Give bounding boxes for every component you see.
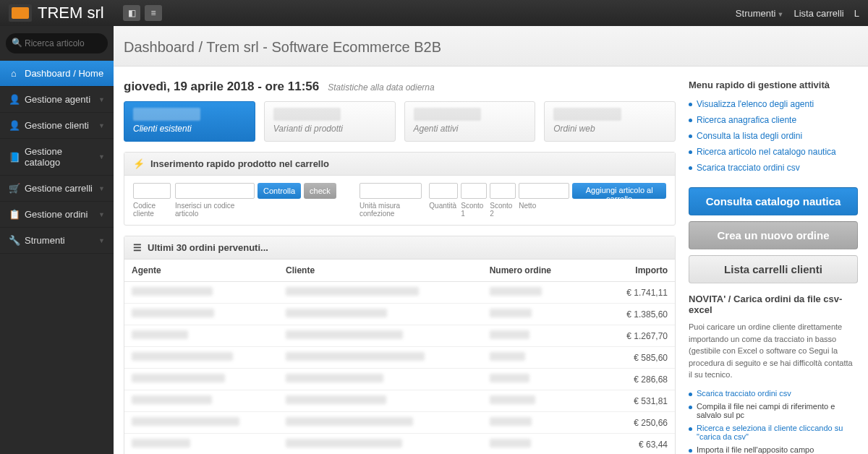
nav-label: Gestione agenti xyxy=(25,94,90,105)
bullet-icon xyxy=(689,406,692,409)
chevron-down-icon: ▼ xyxy=(98,96,105,103)
topbar-l[interactable]: L xyxy=(854,8,859,19)
codice-cliente-input[interactable] xyxy=(133,183,171,199)
novita-link-0[interactable]: Scarica tracciato ordini csv xyxy=(697,389,791,398)
stat-label: Clienti esistenti xyxy=(133,124,246,134)
stat-card-1[interactable]: Varianti di prodotti xyxy=(264,101,396,142)
stat-value xyxy=(133,108,200,121)
table-row[interactable]: € 531,81 xyxy=(124,390,675,412)
quantita-input[interactable] xyxy=(429,183,458,199)
menu-rapido-title: Menu rapido di gestione attività xyxy=(689,80,858,90)
aggiungi-button[interactable]: Aggiungi articolo al carrello xyxy=(572,183,666,199)
stat-card-2[interactable]: Agenti attivi xyxy=(404,101,536,142)
nav-item-6[interactable]: 🔧Strumenti▼ xyxy=(0,228,114,254)
bullet-icon xyxy=(689,449,692,453)
chevron-down-icon: ▼ xyxy=(98,211,105,218)
quick-link-1[interactable]: Ricerca anagrafica cliente xyxy=(697,115,796,125)
nav-item-4[interactable]: 🛒Gestione carrelli▼ xyxy=(0,176,114,202)
order-amount: € 1.267,70 xyxy=(603,325,675,347)
stat-value xyxy=(273,108,341,121)
nav-icon: 📘 xyxy=(9,152,19,163)
codice-articolo-input[interactable] xyxy=(175,183,255,199)
nav-icon: ⌂ xyxy=(9,68,19,79)
nav-label: Gestione catalogo xyxy=(25,146,93,168)
nav-label: Gestione clienti xyxy=(25,120,89,131)
breadcrumb: Dashboard / Trem srl - Software Ecommerc… xyxy=(114,26,868,67)
nav-item-5[interactable]: 📋Gestione ordini▼ xyxy=(0,202,114,228)
nav-icon: 👤 xyxy=(9,120,19,131)
novita-link-2[interactable]: Ricerca e seleziona il cliente cliccando… xyxy=(697,424,858,441)
col-importo: Importo xyxy=(603,260,675,282)
table-row[interactable]: € 250,66 xyxy=(124,412,675,434)
stat-label: Varianti di prodotti xyxy=(273,124,386,134)
nav-item-0[interactable]: ⌂Dashboard / Home xyxy=(0,61,114,87)
nav-icon: 👤 xyxy=(9,94,19,105)
order-amount: € 1.741,11 xyxy=(603,282,675,304)
nav-item-1[interactable]: 👤Gestione agenti▼ xyxy=(0,87,114,113)
stat-card-3[interactable]: Ordini web xyxy=(544,101,676,142)
netto-input[interactable] xyxy=(519,183,569,199)
bullet-icon xyxy=(689,393,692,396)
sconto1-input[interactable] xyxy=(461,183,487,199)
brand-logo[interactable]: TREM srl xyxy=(9,4,117,22)
topbar: TREM srl ◧ ≡ Strumenti▼ Lista carrelli L xyxy=(0,0,868,26)
stat-value xyxy=(414,108,481,121)
table-row[interactable]: € 585,60 xyxy=(124,347,675,369)
order-amount: € 1.385,60 xyxy=(603,304,675,325)
quick-link-4[interactable]: Scarica tracciato ordini csv xyxy=(697,163,800,173)
bullet-icon xyxy=(689,427,692,431)
table-row[interactable]: € 1.267,70 xyxy=(124,325,675,347)
bullet-icon xyxy=(689,103,692,106)
topbar-strumenti[interactable]: Strumenti▼ xyxy=(736,8,784,19)
novita-title: NOVITA' / Carica ordini da file csv-exce… xyxy=(689,294,858,315)
nav-label: Strumenti xyxy=(25,235,65,246)
topbar-lista-carrelli[interactable]: Lista carrelli xyxy=(793,8,843,19)
check-button[interactable]: check xyxy=(304,183,336,199)
order-amount: € 585,60 xyxy=(603,347,675,369)
stat-value xyxy=(553,108,621,121)
nav-item-2[interactable]: 👤Gestione clienti▼ xyxy=(0,113,114,139)
consulta-catalogo-button[interactable]: Consulta catalogo nautica xyxy=(689,187,858,215)
novita-step-3: Importa il file nell'apposito campo xyxy=(697,445,814,454)
nav-label: Gestione carrelli xyxy=(25,183,93,194)
date-text: giovedì, 19 aprile 2018 - ore 11:56 xyxy=(124,80,319,94)
bullet-icon xyxy=(689,134,692,138)
table-row[interactable]: € 1.385,60 xyxy=(124,304,675,325)
quick-link-0[interactable]: Visualizza l'elenco degli agenti xyxy=(697,99,814,109)
quick-link-3[interactable]: Ricerca articolo nel catalogo nautica xyxy=(697,147,836,157)
unita-input[interactable] xyxy=(359,183,422,199)
chevron-down-icon: ▼ xyxy=(98,185,105,192)
bullet-icon xyxy=(689,119,692,122)
sconto2-input[interactable] xyxy=(490,183,516,199)
orders-title: Ultimi 30 ordini pervenuti... xyxy=(148,242,268,253)
chevron-down-icon: ▼ xyxy=(98,237,105,244)
nav-item-3[interactable]: 📘Gestione catalogo▼ xyxy=(0,139,114,176)
stat-card-0[interactable]: Clienti esistenti xyxy=(124,101,255,142)
chevron-down-icon: ▼ xyxy=(98,153,105,160)
order-amount: € 531,81 xyxy=(603,390,675,412)
orders-table: ☰Ultimi 30 ordini pervenuti... Agente Cl… xyxy=(124,236,676,454)
stat-label: Ordini web xyxy=(553,124,666,134)
toolbar-btn-2[interactable]: ≡ xyxy=(145,5,162,21)
novita-p1: Puoi caricare un ordine cliente direttam… xyxy=(689,321,858,381)
controlla-button[interactable]: Controlla xyxy=(258,183,301,199)
table-row[interactable]: € 1.741,11 xyxy=(124,282,675,304)
sidebar: 🔍 ⌂Dashboard / Home👤Gestione agenti▼👤Ges… xyxy=(0,26,114,454)
quick-link-2[interactable]: Consulta la lista degli ordini xyxy=(697,131,802,141)
chevron-down-icon: ▼ xyxy=(98,122,105,129)
insert-panel-title: Inserimento rapido prodotto nel carrello xyxy=(150,158,329,169)
table-row[interactable]: € 63,44 xyxy=(124,434,675,455)
bullet-icon xyxy=(689,150,692,154)
order-amount: € 250,66 xyxy=(603,412,675,434)
bullet-icon xyxy=(689,166,692,170)
toolbar-btn-1[interactable]: ◧ xyxy=(123,5,140,21)
lista-carrelli-button[interactable]: Lista carrelli clienti xyxy=(689,255,858,283)
table-row[interactable]: € 286,68 xyxy=(124,369,675,390)
col-agente: Agente xyxy=(124,260,278,282)
order-amount: € 286,68 xyxy=(603,369,675,390)
bolt-icon: ⚡ xyxy=(133,158,145,169)
list-icon: ☰ xyxy=(133,242,142,253)
nav-icon: 📋 xyxy=(9,209,19,220)
crea-nuovo-ordine-button[interactable]: Crea un nuovo ordine xyxy=(689,221,858,249)
col-numero: Numero ordine xyxy=(482,260,603,282)
